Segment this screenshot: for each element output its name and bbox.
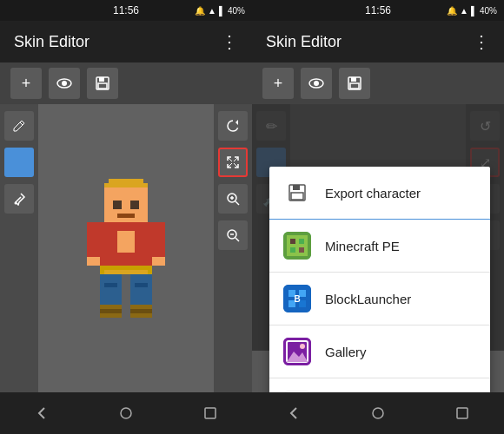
tools-panel-left [0, 104, 38, 392]
svg-rect-63 [299, 247, 304, 253]
eye-button-left[interactable] [49, 68, 80, 99]
export-header-label: Export character [325, 186, 421, 201]
svg-rect-11 [117, 214, 135, 218]
right-phone-panel: 11:56 🔔 ▲ ▌ 40% Skin Editor ⋮ + [252, 0, 504, 434]
svg-rect-10 [130, 201, 139, 209]
battery-icon-right: 40% [480, 6, 497, 16]
status-bar-right: 11:56 🔔 ▲ ▌ 40% [252, 0, 504, 21]
svg-rect-4 [98, 83, 107, 89]
signal-icon-right: ▌ [471, 6, 477, 16]
svg-point-31 [121, 408, 131, 418]
home-button-left[interactable] [105, 392, 147, 434]
left-phone-panel: 11:56 🔔 ▲ ▌ 40% Skin Editor ⋮ + [0, 0, 252, 434]
notification-icon: 🔔 [195, 6, 205, 16]
zoom-out-button[interactable] [218, 220, 248, 250]
zoom-in-button[interactable] [218, 184, 248, 214]
minecraft-label: Minecraft PE [325, 239, 400, 253]
blocklauncher-label: BlockLauncher [325, 292, 411, 306]
toolbar-left: + [0, 62, 252, 104]
eye-button-right[interactable] [301, 68, 332, 99]
svg-rect-59 [287, 235, 308, 256]
color-picker-swatch[interactable] [4, 148, 34, 177]
svg-rect-6 [109, 179, 143, 183]
export-header-icon [283, 179, 311, 207]
svg-rect-32 [205, 408, 216, 418]
status-bar-left: 11:56 🔔 ▲ ▌ 40% [0, 0, 252, 21]
email-menu-item[interactable]: Email [269, 378, 490, 392]
svg-rect-60 [290, 239, 295, 244]
svg-rect-23 [104, 283, 117, 287]
nav-bar-left [0, 392, 252, 434]
save-button-right[interactable] [339, 68, 370, 99]
status-icons-right: 🔔 ▲ ▌ 40% [447, 6, 497, 16]
svg-rect-20 [104, 270, 148, 274]
recent-button-right[interactable] [441, 392, 483, 434]
svg-rect-56 [293, 185, 300, 190]
svg-rect-17 [87, 257, 100, 266]
gallery-menu-item[interactable]: Gallery [269, 326, 490, 378]
export-header-item[interactable]: Export character [269, 167, 490, 220]
svg-rect-27 [100, 309, 122, 313]
svg-rect-74 [284, 391, 310, 392]
svg-point-34 [314, 81, 319, 86]
battery-icon: 40% [228, 6, 245, 16]
export-dropdown-menu: Export character Minecraft PE [269, 167, 490, 392]
svg-text:B: B [294, 294, 300, 304]
save-button-left[interactable] [87, 68, 118, 99]
wifi-icon: ▲ [208, 6, 216, 16]
minecraft-character [83, 179, 169, 318]
svg-point-1 [62, 81, 67, 86]
add-button-right[interactable]: + [262, 68, 294, 99]
svg-point-5 [15, 202, 17, 205]
svg-rect-7 [104, 183, 148, 187]
home-button-right[interactable] [357, 392, 399, 434]
time-right: 11:56 [365, 4, 391, 16]
svg-rect-24 [135, 283, 148, 287]
more-menu-icon-left[interactable]: ⋮ [221, 31, 238, 52]
recent-button-left[interactable] [189, 392, 231, 434]
back-button-left[interactable] [21, 392, 63, 434]
svg-rect-21 [100, 274, 122, 305]
svg-rect-3 [99, 77, 104, 82]
svg-rect-28 [130, 309, 152, 313]
rotate-button[interactable] [218, 111, 248, 141]
status-icons-left: 🔔 ▲ ▌ 40% [195, 6, 245, 16]
right-tools-panel [214, 104, 252, 392]
email-icon [283, 391, 311, 392]
blocklauncher-icon: B [283, 285, 311, 312]
add-button-left[interactable]: + [10, 68, 42, 99]
svg-rect-18 [152, 257, 165, 266]
blocklauncher-menu-item[interactable]: B BlockLauncher [269, 273, 490, 326]
svg-rect-62 [290, 247, 295, 253]
minecraft-menu-item[interactable]: Minecraft PE [269, 220, 490, 273]
app-title-left: Skin Editor [14, 33, 221, 51]
svg-rect-57 [291, 193, 303, 200]
svg-rect-77 [457, 408, 468, 418]
back-button-right[interactable] [273, 392, 315, 434]
svg-rect-37 [350, 83, 359, 89]
main-content-left [0, 104, 252, 392]
gallery-icon [283, 338, 311, 365]
svg-rect-9 [113, 201, 122, 209]
svg-rect-61 [299, 239, 304, 244]
time-left: 11:56 [113, 4, 139, 16]
svg-point-76 [373, 408, 383, 418]
skin-canvas-area [38, 104, 214, 392]
toolbar-right: + [252, 62, 504, 104]
main-content-right: ✏ 💉 [252, 104, 504, 392]
app-bar-left: Skin Editor ⋮ [0, 21, 252, 62]
wifi-icon-right: ▲ [460, 6, 468, 16]
svg-rect-16 [152, 222, 165, 257]
minecraft-icon [283, 232, 311, 260]
nav-bar-right [252, 392, 504, 434]
notification-icon-right: 🔔 [447, 6, 457, 16]
more-menu-icon-right[interactable]: ⋮ [473, 31, 490, 52]
signal-icon: ▌ [219, 6, 225, 16]
svg-point-73 [300, 344, 305, 349]
pencil-tool[interactable] [4, 111, 34, 141]
svg-rect-14 [117, 231, 135, 253]
eyedropper-tool[interactable] [4, 184, 34, 214]
app-title-right: Skin Editor [266, 33, 473, 51]
svg-rect-15 [87, 222, 100, 257]
expand-button[interactable] [218, 148, 248, 177]
